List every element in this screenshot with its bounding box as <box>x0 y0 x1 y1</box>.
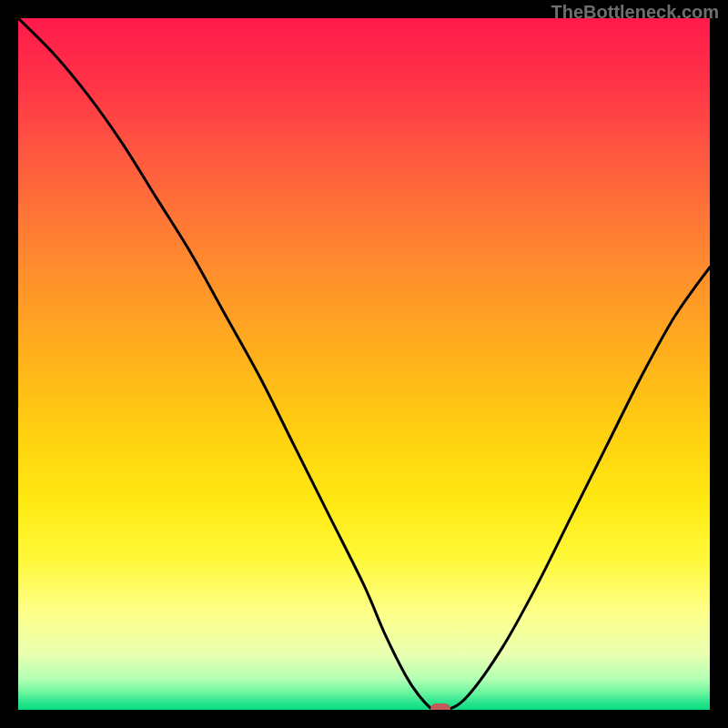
plot-area <box>18 18 710 710</box>
curve-line <box>18 18 710 710</box>
watermark-text: TheBottleneck.com <box>551 2 719 23</box>
optimal-point-marker <box>430 703 450 710</box>
